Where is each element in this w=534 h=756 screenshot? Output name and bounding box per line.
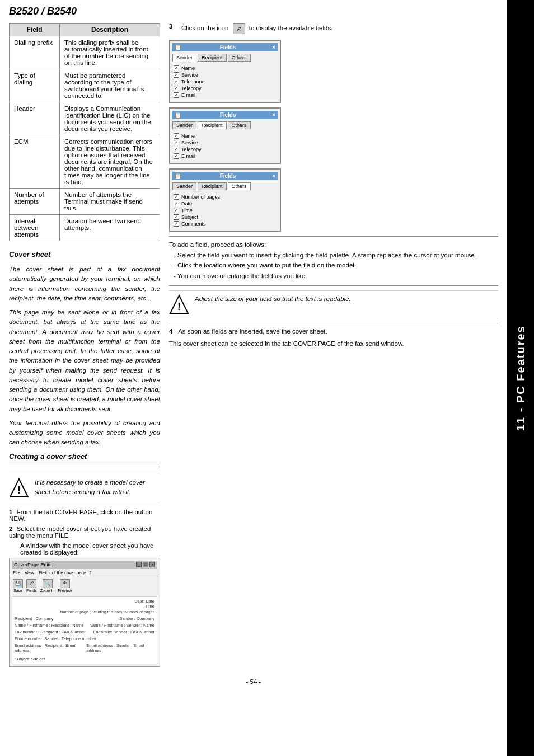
dialog-close-btn[interactable]: ×: [272, 44, 275, 50]
tab-recipient[interactable]: Recipient: [198, 121, 227, 129]
field-name-cell: Interval between attempts: [10, 215, 60, 241]
tab-recipient[interactable]: Recipient: [198, 54, 227, 62]
fax-row: Fax number : Recipient : FAX Number Facs…: [15, 630, 154, 635]
field-desc-cell: Displays a Communication Identification …: [60, 102, 160, 135]
fields-label: Fields: [26, 589, 37, 593]
dialog-title-text: Fields: [220, 173, 236, 179]
fields-dialog-3: 📋Fields×SenderRecipientOthersNumber of p…: [169, 168, 281, 232]
divider1: [9, 467, 160, 467]
cover-page-screenshot: CoverPage Editi... _ □ × File View Field…: [9, 558, 160, 667]
field-checkbox[interactable]: [174, 221, 179, 227]
step-2-text: Select the model cover sheet you have cr…: [9, 525, 151, 539]
step-4: 4 As soon as fields are inserted, save t…: [169, 328, 498, 335]
warning-icon-1: !: [9, 478, 29, 498]
svg-text:!: !: [17, 485, 21, 496]
field-checkbox[interactable]: [174, 79, 179, 84]
field-checkbox[interactable]: [174, 153, 179, 159]
field-label: Telecopy: [181, 147, 202, 152]
tab-sender[interactable]: Sender: [172, 54, 196, 62]
dialog-close-btn[interactable]: ×: [272, 173, 275, 179]
step-2-num: 2: [9, 525, 12, 532]
dialog-close-btn[interactable]: ×: [272, 112, 275, 118]
warning-text-1: It is necessary to create a model cover …: [35, 478, 160, 497]
fields-icon: 🖊: [26, 579, 36, 588]
field-checkbox[interactable]: [174, 86, 179, 91]
field-checkbox[interactable]: [174, 92, 179, 98]
menu-fields[interactable]: Fields of the cover page: ?: [39, 570, 91, 575]
step-1-text: From the tab COVER PAGE, click on the bu…: [9, 509, 152, 522]
field-desc-cell: Duraton between two send attempts.: [60, 215, 160, 241]
fields-list: NameServiceTelecopyE mail: [172, 132, 278, 161]
tab-sender[interactable]: Sender: [172, 121, 196, 129]
dialog-fields-icon: 📋: [175, 173, 181, 179]
tab-others[interactable]: Others: [228, 54, 251, 62]
field-checkbox[interactable]: [174, 72, 179, 78]
toolbar-fields[interactable]: 🖊 Fields: [26, 579, 37, 593]
table-row: HeaderDisplays a Communication Identific…: [10, 102, 160, 135]
recipient-company: Recipient : Company: [15, 616, 54, 621]
field-label: Time: [181, 208, 193, 213]
step-3: 3 Click on the icon 🖊 to display the ava…: [169, 23, 498, 34]
field-item: Telecopy: [174, 85, 277, 92]
field-checkbox[interactable]: [174, 208, 179, 213]
close-btn[interactable]: ×: [149, 562, 155, 567]
field-checkbox[interactable]: [174, 65, 179, 71]
step-4-text: As soon as fields are inserted, save the…: [178, 328, 327, 335]
step-4-num: 4: [169, 328, 172, 335]
table-row: ECMCorrects communication errors due to …: [10, 135, 160, 189]
field-item: E mail: [174, 153, 277, 159]
cover-sheet-para1: The cover sheet is part of a fax documen…: [9, 265, 160, 303]
tab-recipient[interactable]: Recipient: [198, 182, 227, 190]
toolbar-save[interactable]: 💾 Save: [13, 579, 23, 593]
field-item: Name: [174, 133, 277, 139]
field-item: Service: [174, 139, 277, 146]
field-item: Service: [174, 72, 277, 78]
warning-text-2: Adjust the size of your field so that th…: [195, 294, 351, 304]
dialog-fields-icon: 📋: [175, 112, 181, 118]
divider4: [169, 323, 498, 323]
field-name-cell: Number of attempts: [10, 189, 60, 215]
dialog-title: CoverPage Editi...: [14, 562, 55, 567]
field-item: Number of pages: [174, 194, 277, 200]
field-checkbox[interactable]: [174, 201, 179, 206]
maximize-btn[interactable]: □: [143, 562, 148, 567]
field-checkbox[interactable]: [174, 140, 179, 145]
field-name-cell: ECM: [10, 135, 60, 189]
divider2: [169, 236, 498, 237]
col-field-header: Field: [10, 24, 60, 36]
zoomin-label: Zoom In: [40, 589, 55, 593]
toolbar-preview[interactable]: 👁 Preview: [58, 579, 72, 593]
subject-row: Subject: Subject: [15, 656, 154, 661]
fields-dialog-2: 📋Fields×SenderRecipientOthersNameService…: [169, 107, 281, 164]
tab-others[interactable]: Others: [228, 182, 251, 190]
menu-view[interactable]: View: [25, 570, 34, 575]
fields-dialog-1: 📋Fields×SenderRecipientOthersNameService…: [169, 40, 281, 103]
page-title: B2520 / B2540: [9, 6, 498, 17]
field-desc-cell: Must be parametered according to the typ…: [60, 69, 160, 102]
field-checkbox[interactable]: [174, 133, 179, 139]
field-label: Name: [181, 133, 195, 139]
fax-recipient: Fax number : Recipient : FAX Number: [15, 630, 86, 635]
save-icon: 💾: [13, 579, 23, 588]
field-checkbox[interactable]: [174, 194, 179, 200]
toolbar-zoomin[interactable]: 🔍 Zoom In: [40, 579, 55, 593]
warning-icon-2: !: [169, 294, 189, 314]
fax-sender: Facsimile: Sender : FAX Number: [93, 630, 154, 635]
field-label: Telecopy: [181, 86, 202, 91]
field-label: Service: [181, 140, 198, 145]
minimize-btn[interactable]: _: [136, 562, 142, 567]
step-3-text: Click on the icon 🖊 to display the avail…: [181, 23, 332, 34]
field-checkbox[interactable]: [174, 147, 179, 152]
dialog-title-bar: 📋Fields×: [172, 172, 278, 180]
field-name-cell: Header: [10, 102, 60, 135]
table-row: Type of dialingMust be parametered accor…: [10, 69, 160, 102]
bullet-item: Select the field you want to insert by c…: [169, 250, 498, 260]
menu-file[interactable]: File: [13, 570, 20, 575]
field-checkbox[interactable]: [174, 214, 179, 220]
table-row: Number of attemptsNumber of attempts the…: [10, 189, 160, 215]
cover-sheet-para3: Your terminal offers the possibility of …: [9, 419, 160, 448]
tab-sender[interactable]: Sender: [172, 182, 196, 190]
field-label: Subject: [181, 214, 198, 220]
bullet-item: You can move or enlarge the field as you…: [169, 271, 498, 281]
tab-others[interactable]: Others: [228, 121, 251, 129]
